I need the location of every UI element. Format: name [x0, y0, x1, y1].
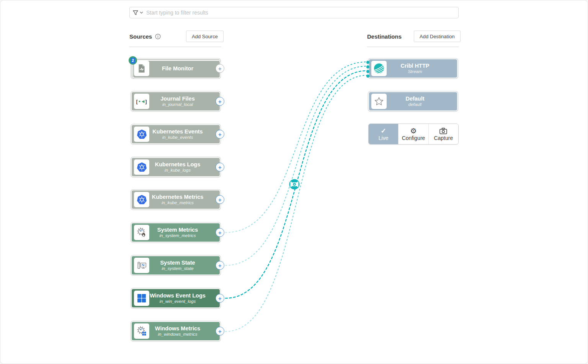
source-card-kubernetes-metrics[interactable]: Kubernetes Metrics in_kube_metrics +: [131, 190, 220, 210]
source-card-windows-event-logs[interactable]: Windows Event Logs in_win_event_logs +: [131, 288, 220, 308]
tab-capture[interactable]: Capture: [428, 124, 458, 144]
add-connection-button[interactable]: +: [216, 294, 224, 303]
tab-live[interactable]: ✓ Live: [369, 124, 398, 144]
connection-line[interactable]: [225, 66, 367, 265]
source-card-title: Journal Files: [160, 96, 194, 102]
source-card-id: in_journal_local: [160, 102, 194, 107]
source-card-title: Kubernetes Logs: [155, 161, 200, 168]
source-count-badge: 2: [129, 56, 137, 65]
source-card-title: Windows Event Logs: [150, 292, 206, 299]
source-card-title: System State: [160, 260, 195, 266]
add-connection-button[interactable]: +: [216, 228, 224, 237]
kubernetes-icon: [134, 159, 149, 175]
source-card-title: Kubernetes Events: [152, 128, 203, 135]
source-card-system-metrics[interactable]: System Metrics in_system_metrics +: [131, 223, 220, 242]
destination-card-title: Cribl HTTP: [401, 63, 430, 69]
source-card-kubernetes-events[interactable]: Kubernetes Events in_kube_events +: [131, 124, 220, 144]
mode-toggle: ✓ Live ⚙ Configure Capture: [368, 123, 459, 145]
source-card-title: System Metrics: [157, 227, 198, 233]
info-icon[interactable]: [155, 34, 161, 39]
source-card-id: in_system_metrics: [157, 233, 198, 238]
add-connection-button[interactable]: +: [216, 195, 224, 204]
connection-line[interactable]: [225, 75, 367, 332]
windows-icon: [134, 291, 149, 306]
tab-capture-label: Capture: [434, 135, 453, 141]
source-card-title: File Monitor: [162, 65, 193, 72]
sources-header: Sources: [129, 31, 161, 42]
journal-files-icon: [●◀]: [134, 94, 149, 109]
destination-card-sub: Stream: [401, 69, 430, 74]
destination-card-sub: default: [405, 102, 424, 107]
tab-configure-label: Configure: [402, 135, 425, 141]
check-icon: ✓: [381, 127, 386, 135]
source-card-kubernetes-logs[interactable]: Kubernetes Logs in_kube_logs +: [131, 157, 220, 177]
source-card-windows-metrics[interactable]: Windows Metrics in_windows_metrics +: [131, 321, 220, 341]
source-card-file-monitor[interactable]: 2 File Monitor +: [131, 58, 220, 78]
connection-anchor-dot: [366, 65, 369, 68]
connection-line[interactable]: [225, 62, 367, 232]
source-card-title: Kubernetes Metrics: [152, 194, 204, 200]
connection-capture-icon[interactable]: [289, 179, 300, 190]
system-metrics-icon: [134, 225, 149, 240]
sources-title: Sources: [129, 33, 152, 40]
source-card-system-state[interactable]: System State in_system_state +: [131, 255, 220, 275]
file-monitor-icon: [134, 61, 149, 76]
connection-anchor-dot: [366, 61, 369, 64]
add-connection-button[interactable]: +: [216, 327, 224, 336]
kubernetes-icon: [134, 127, 149, 142]
kubernetes-icon: [134, 192, 149, 207]
add-connection-button[interactable]: +: [216, 261, 224, 270]
source-card-id: in_kube_metrics: [152, 200, 204, 205]
connections-layer: [0, 0, 588, 364]
source-card-title: Windows Metrics: [155, 325, 200, 332]
source-card-journal-files[interactable]: [●◀] Journal Files in_journal_local +: [131, 91, 220, 111]
destination-card-title: Default: [405, 96, 424, 102]
add-connection-button[interactable]: +: [216, 97, 224, 106]
camera-icon: [439, 127, 447, 135]
gear-icon: ⚙: [410, 127, 416, 135]
tab-live-label: Live: [379, 135, 389, 141]
source-card-id: in_windows_metrics: [155, 332, 200, 337]
add-connection-button[interactable]: +: [216, 64, 224, 73]
add-source-button[interactable]: Add Source: [186, 31, 224, 42]
connection-anchor-dot: [366, 70, 369, 73]
star-icon: [371, 94, 387, 109]
source-card-id: in_kube_logs: [155, 168, 200, 173]
add-connection-button[interactable]: +: [216, 163, 224, 172]
source-card-id: in_win_event_logs: [150, 299, 206, 304]
connection-anchor-dot: [366, 75, 369, 78]
add-destination-button[interactable]: Add Destination: [414, 31, 461, 42]
source-card-id: in_system_state: [160, 266, 195, 271]
destinations-header: Destinations: [367, 31, 405, 42]
tab-configure[interactable]: ⚙ Configure: [398, 124, 428, 144]
windows-metrics-icon: [134, 323, 149, 339]
destination-card-cribl-http[interactable]: Cribl HTTP Stream: [368, 58, 458, 78]
source-card-id: in_kube_events: [152, 135, 203, 140]
cribl-icon: [371, 61, 387, 76]
quickconnect-canvas: Sources Add Source Destinations Add Dest…: [0, 0, 588, 364]
destinations-title: Destinations: [367, 33, 402, 40]
add-connection-button[interactable]: +: [216, 130, 224, 139]
system-state-icon: [134, 258, 149, 273]
destination-card-default[interactable]: Default default: [368, 91, 458, 111]
